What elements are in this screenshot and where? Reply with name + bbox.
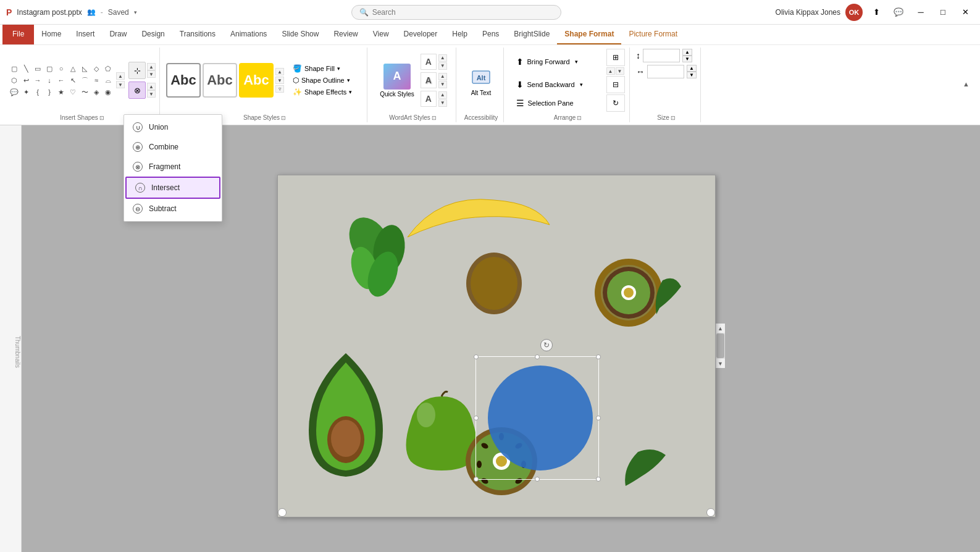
send-backward-chevron[interactable]: ▾ xyxy=(580,82,583,88)
tab-draw[interactable]: Draw xyxy=(102,25,134,44)
text-outline-scroll-down[interactable]: ▼ xyxy=(438,81,447,88)
text-effects-scroll-up[interactable]: ▲ xyxy=(438,91,447,99)
text-fill-scroll-up[interactable]: ▲ xyxy=(438,54,447,62)
wordart-expand[interactable]: ⊡ xyxy=(432,115,437,121)
handle-ml[interactable] xyxy=(474,416,479,420)
shape-rect[interactable]: ▭ xyxy=(32,63,43,74)
text-effects-btn[interactable]: A xyxy=(421,91,437,107)
shapes-scroll-up[interactable]: ▲ xyxy=(116,72,125,80)
tab-view[interactable]: View xyxy=(366,25,396,44)
dropdown-item-union[interactable]: ∪ Union xyxy=(124,117,222,137)
shapes-scroll-down[interactable]: ▼ xyxy=(116,81,125,88)
width-input[interactable] xyxy=(647,65,684,78)
align-btn[interactable]: ⊟ xyxy=(606,76,625,93)
search-input[interactable] xyxy=(372,8,533,17)
tab-home[interactable]: Home xyxy=(34,25,69,44)
style-scroll-up[interactable]: ▲ xyxy=(275,68,284,75)
dropdown-item-combine[interactable]: ⊕ Combine xyxy=(124,137,222,157)
shape-arc[interactable]: ⌓ xyxy=(103,75,114,86)
shape-arrow-curve[interactable]: ↩ xyxy=(20,75,31,86)
shape-star4[interactable]: ✦ xyxy=(20,86,31,98)
edit-scroll-up[interactable]: ▲ xyxy=(147,63,156,70)
dropdown-item-subtract[interactable]: ⊖ Subtract xyxy=(124,199,222,219)
tab-picture-format[interactable]: Picture Format xyxy=(621,25,685,44)
handle-tl[interactable] xyxy=(474,354,479,359)
rotate-btn[interactable]: ↻ xyxy=(606,94,625,112)
group-btn[interactable]: ⊞ xyxy=(606,49,625,66)
handle-mr[interactable] xyxy=(596,416,601,420)
shape-round-rect[interactable]: ▢ xyxy=(44,63,55,74)
style-scroll-down[interactable]: ▼ xyxy=(275,77,284,84)
search-box[interactable]: 🔍 xyxy=(351,5,561,20)
shape-arrow-left[interactable]: ← xyxy=(56,75,67,86)
shape-callout[interactable]: 💬 xyxy=(9,86,20,98)
tab-brightslide[interactable]: BrightSlide xyxy=(506,25,557,44)
shape-heart[interactable]: ♡ xyxy=(67,86,78,98)
shape-custom2[interactable]: ◉ xyxy=(103,86,114,98)
scrollbar-up[interactable]: ▲ xyxy=(716,324,725,333)
merge-scroll-up[interactable]: ▲ xyxy=(147,83,156,90)
arrange-expand[interactable]: ⊡ xyxy=(577,115,582,121)
quick-styles-btn[interactable]: A Quick Styles xyxy=(380,64,414,98)
shape-brace[interactable]: } xyxy=(44,86,55,98)
shape-freeform[interactable]: ≈ xyxy=(91,75,102,86)
text-effects-scroll-down[interactable]: ▼ xyxy=(438,99,447,107)
tab-animations[interactable]: Animations xyxy=(223,25,274,44)
shape-arrow-ul[interactable]: ↖ xyxy=(67,75,78,86)
width-up[interactable]: ▲ xyxy=(687,65,697,72)
shape-fill-btn[interactable]: 🪣 Shape Fill ▾ xyxy=(289,63,363,74)
close-button[interactable]: ✕ xyxy=(957,4,974,21)
shape-text[interactable]: ▢ xyxy=(9,63,20,74)
width-down[interactable]: ▼ xyxy=(687,72,697,78)
merge-shapes-btn[interactable]: ⊗ xyxy=(128,82,146,99)
saved-status[interactable]: Saved xyxy=(108,8,129,17)
tab-review[interactable]: Review xyxy=(326,25,365,44)
scrollbar-thumb[interactable] xyxy=(716,333,724,358)
tab-transitions[interactable]: Transitions xyxy=(172,25,223,44)
collapse-ribbon-btn[interactable]: ▲ xyxy=(963,80,973,90)
handle-tr[interactable] xyxy=(596,354,601,359)
tab-file[interactable]: File xyxy=(2,25,34,44)
height-up[interactable]: ▲ xyxy=(682,49,692,56)
bring-forward-btn[interactable]: ⬆ Bring Forward ▾ xyxy=(511,49,604,75)
merge-scroll-down[interactable]: ▼ xyxy=(147,90,156,98)
style-btn-3[interactable]: Abc xyxy=(239,63,274,98)
shape-pentagon[interactable]: ⬠ xyxy=(103,63,114,74)
shape-oval[interactable]: ○ xyxy=(56,63,67,74)
style-expand[interactable]: ▿ xyxy=(275,85,284,93)
shape-outline-btn[interactable]: ⬡ Shape Outline ▾ xyxy=(289,75,363,86)
tab-help[interactable]: Help xyxy=(445,25,475,44)
shape-bracket[interactable]: { xyxy=(32,86,43,98)
shape-arrow-down[interactable]: ↓ xyxy=(44,75,55,86)
tab-design[interactable]: Design xyxy=(134,25,172,44)
send-backward-btn[interactable]: ⬇ Send Backward ▾ xyxy=(511,76,604,93)
shape-hexagon[interactable]: ⬡ xyxy=(9,75,20,86)
style-btn-2[interactable]: Abc xyxy=(203,63,237,98)
group-scroll-up[interactable]: ▲ xyxy=(606,67,615,75)
shape-effects-btn[interactable]: ✨ Shape Effects ▾ xyxy=(289,86,363,98)
handle-br[interactable] xyxy=(596,477,601,482)
minimize-button[interactable]: ─ xyxy=(912,4,929,21)
tab-developer[interactable]: Developer xyxy=(396,25,445,44)
maximize-button[interactable]: □ xyxy=(934,4,952,21)
slide-handle-bl[interactable] xyxy=(278,508,287,517)
rotate-handle[interactable]: ↻ xyxy=(540,339,553,351)
height-down[interactable]: ▼ xyxy=(682,56,692,62)
slide-handle-br[interactable] xyxy=(706,508,715,517)
shape-wave[interactable]: 〜 xyxy=(79,86,90,98)
tab-slideshow[interactable]: Slide Show xyxy=(274,25,326,44)
shape-triangle[interactable]: △ xyxy=(67,63,78,74)
dropdown-item-intersect[interactable]: ∩ Intersect xyxy=(125,177,220,199)
shape-rt-triangle[interactable]: ◺ xyxy=(79,63,90,74)
shape-diamond[interactable]: ◇ xyxy=(91,63,102,74)
alt-text-btn[interactable]: Alt Alt Text xyxy=(463,62,500,99)
style-btn-1[interactable]: Abc xyxy=(166,63,201,98)
text-fill-scroll-down[interactable]: ▼ xyxy=(438,62,447,70)
text-fill-btn[interactable]: A xyxy=(421,54,437,70)
text-outline-btn[interactable]: A xyxy=(421,72,437,88)
comment-icon[interactable]: 💬 xyxy=(890,4,907,21)
shape-star5[interactable]: ★ xyxy=(56,86,67,98)
shape-arrow-right[interactable]: → xyxy=(32,75,43,86)
scrollbar-track[interactable] xyxy=(716,333,725,359)
selection-pane-btn[interactable]: ☰ Selection Pane xyxy=(511,94,604,112)
